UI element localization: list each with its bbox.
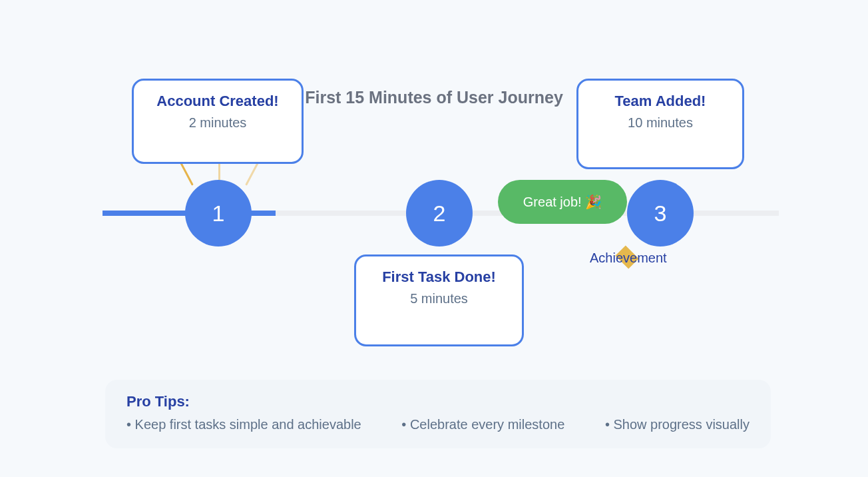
page-title: First 15 Minutes of User Journey bbox=[305, 88, 563, 107]
milestone-1-circle: 1 bbox=[185, 180, 252, 246]
tip-item-2: • Celebrate every milestone bbox=[401, 417, 564, 432]
milestone-2-circle: 2 bbox=[406, 180, 473, 246]
milestone-3-circle: 3 bbox=[627, 180, 694, 246]
tips-box: Pro Tips: • Keep first tasks simple and … bbox=[105, 380, 771, 448]
milestone-2-time: 5 minutes bbox=[372, 291, 506, 306]
milestone-3-heading: Team Added! bbox=[594, 93, 726, 110]
milestone-2-card: First Task Done! 5 minutes bbox=[354, 254, 524, 346]
milestone-2-heading: First Task Done! bbox=[372, 268, 506, 286]
milestone-1-time: 2 minutes bbox=[150, 115, 286, 131]
milestone-1-heading: Account Created! bbox=[150, 93, 286, 110]
achievement-label: Achievement bbox=[590, 250, 667, 266]
milestone-3-card: Team Added! 10 minutes bbox=[576, 79, 744, 169]
achievement-pill: Great job! 🎉 bbox=[498, 180, 627, 224]
milestone-1-card: Account Created! 2 minutes bbox=[132, 79, 304, 164]
tip-item-3: • Show progress visually bbox=[605, 417, 750, 432]
tip-item-1: • Keep first tasks simple and achievable bbox=[126, 417, 361, 432]
tips-heading: Pro Tips: bbox=[126, 393, 750, 410]
milestone-3-time: 10 minutes bbox=[594, 115, 726, 131]
